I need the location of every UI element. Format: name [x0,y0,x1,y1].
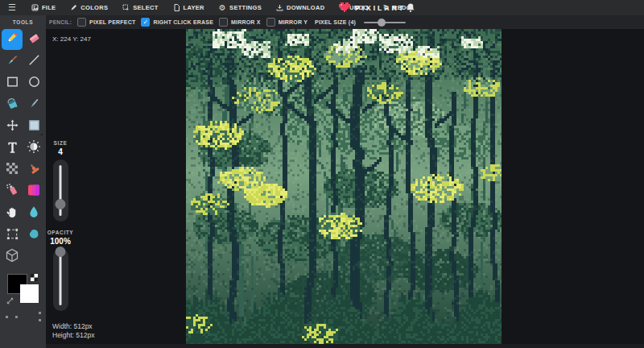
menu-colors[interactable]: COLORS [63,0,115,15]
dither-icon [6,162,19,178]
menu-colors-label: COLORS [80,4,108,11]
select-rect-icon [27,118,41,135]
pixel-perfect-toggle[interactable]: PIXEL PERFECT [77,18,135,27]
opacity-control: OPACITY 100% [47,230,74,311]
mirror-y-toggle[interactable]: MIRROR Y [266,18,308,27]
tool-options-bar: PENCIL: PIXEL PERFECT RIGHT CLICK ERASE … [46,15,644,29]
drawing-canvas[interactable] [186,29,502,344]
tool-eyedropper[interactable] [23,94,44,115]
mirror-x-checkbox[interactable] [219,18,228,27]
tool-lasso-rect[interactable] [2,225,23,246]
tool-lasso-blob[interactable] [23,225,44,246]
tool-bucket[interactable] [2,94,23,115]
tool-move[interactable] [2,116,23,137]
opacity-slider-thumb[interactable] [56,246,66,257]
tool-grid-spacer [23,246,44,267]
tool-line[interactable] [23,51,44,72]
tool-rectangle[interactable] [2,72,23,93]
tool-select-rect[interactable] [23,116,44,137]
size-slider[interactable] [53,160,68,222]
pixel-size-slider-thumb[interactable] [378,19,386,27]
canvas-area [186,29,502,344]
tool-grid [2,29,44,267]
gradient-icon [27,183,41,201]
bottom-strip [46,344,644,348]
shade-icon [27,139,41,157]
menubar: ☰ FILE COLORS SELECT LAYER ⚙ SETTINGS DO… [0,0,644,15]
menu-settings[interactable]: ⚙ SETTINGS [212,0,269,15]
panel-handles [6,312,41,321]
bell-icon[interactable] [407,0,415,15]
colors-icon [70,4,77,11]
tool-pencil[interactable] [2,29,23,50]
mirror-x-toggle[interactable]: MIRROR X [219,18,261,27]
brush-size-control: SIZE 4 [47,140,74,222]
opacity-value: 100% [47,237,74,246]
pixel-heart-icon [339,1,350,15]
bucket-icon [5,96,19,114]
tool-brush[interactable] [2,51,23,72]
secondary-color-swatch[interactable] [20,284,39,303]
opacity-slider[interactable] [53,249,68,311]
tool-hand[interactable] [2,203,23,224]
pixel-size-label: PIXEL SIZE (4) [315,19,356,25]
line-icon [27,53,41,70]
pixel-perfect-checkbox[interactable] [77,18,86,27]
mirror-x-label: MIRROR X [231,19,261,25]
tool-shade[interactable] [23,138,44,159]
mirror-y-checkbox[interactable] [266,18,275,27]
tool-drop[interactable] [23,203,44,224]
canvas-width: Width: 512px [52,322,94,331]
size-slider-thumb[interactable] [56,199,66,209]
panel-handle-dots-v[interactable] [39,312,41,321]
swap-colors-icon[interactable] [6,294,14,309]
menu-select-label: SELECT [133,4,158,11]
tool-dither[interactable] [2,160,23,180]
pixilart-app: ☰ FILE COLORS SELECT LAYER ⚙ SETTINGS DO… [0,0,644,348]
tool-eraser[interactable] [23,29,44,50]
tool-gradient[interactable] [23,181,44,202]
tool-spray[interactable] [2,181,23,202]
opacity-label: OPACITY [47,230,74,235]
circle-icon [27,75,41,92]
swatch-checker-icon [31,270,38,277]
panel-handle-dots-h[interactable] [6,316,18,318]
hand-icon [6,205,19,222]
drop-icon [27,205,40,222]
canvas-dimensions: Width: 512px Height: 512px [52,322,94,341]
tool-text[interactable] [2,138,23,159]
right-click-erase-checkbox[interactable] [141,18,150,27]
right-click-erase-label: RIGHT CLICK ERASE [153,19,213,25]
tool-stamp[interactable] [23,160,44,180]
eyedropper-icon [27,97,41,114]
right-click-erase-toggle[interactable]: RIGHT CLICK ERASE [141,18,213,27]
canvas-height: Height: 512px [52,331,94,340]
menu-file-label: FILE [42,4,56,11]
layer-icon [173,4,180,11]
tool-circle[interactable] [23,72,44,93]
menu-file[interactable]: FILE [24,0,63,15]
submenu-notch [40,133,43,135]
lasso-blob-icon [27,227,41,244]
pixel-size-slider[interactable] [364,22,406,23]
color-swatches [6,270,41,304]
spray-icon [5,183,19,201]
menu-download[interactable]: DOWNLOAD [269,0,332,15]
cursor-coordinates: X: 224 Y: 247 [52,35,91,43]
pixel-perfect-label: PIXEL PERFECT [89,19,135,25]
download-icon [276,4,283,11]
menu-select[interactable]: SELECT [115,0,165,15]
pixilart-logo[interactable]: PIXILART [339,0,406,15]
select-icon [122,4,130,11]
pencil-icon [5,31,19,48]
tools-panel-header: TOOLS [13,15,33,28]
rectangle-icon [6,75,19,92]
file-icon [31,4,39,11]
hamburger-icon[interactable]: ☰ [0,0,24,15]
menu-layer-label: LAYER [184,4,204,11]
menu-layer[interactable]: LAYER [166,0,212,15]
tool-cube[interactable] [2,246,23,267]
stamp-icon [27,161,41,179]
move-icon [6,118,19,135]
lasso-rect-icon [6,227,19,244]
